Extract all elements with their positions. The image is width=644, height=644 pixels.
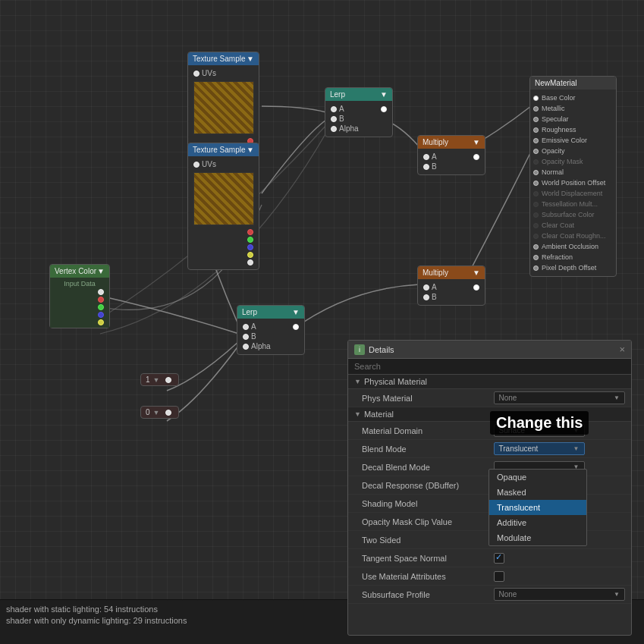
tangent-space-checkbox[interactable]: [494, 553, 504, 564]
blend-option-masked[interactable]: Masked: [489, 485, 586, 500]
phys-material-label: Phys Material: [362, 394, 494, 403]
section-material-label: Material: [364, 410, 394, 419]
section-physical-material[interactable]: ▼ Physical Material: [348, 375, 631, 389]
new-material-node[interactable]: NewMaterial Base Color Metallic Specular…: [529, 76, 617, 277]
prop-blend-mode: Blend Mode Translucent ▼: [348, 440, 631, 458]
domain-arrow: ▼: [573, 427, 580, 434]
value-node-1[interactable]: 1 ▼: [140, 373, 179, 386]
value-node-2[interactable]: 0 ▼: [140, 406, 179, 419]
vertex-color-node[interactable]: Vertex Color ▼ Input Data: [49, 264, 110, 328]
blend-option-opaque[interactable]: Opaque: [489, 470, 586, 485]
blend-mode-dropdown-menu: Opaque Masked Translucent Additive Modul…: [488, 469, 587, 546]
subsurface-profile-label: Subsurface Profile: [362, 590, 494, 599]
decal-response-label: Decal Response (DBuffer): [362, 481, 494, 490]
material-domain-dropdown[interactable]: Surface ▼: [494, 424, 585, 437]
lerp-node-2[interactable]: Lerp ▼ A B Alpha: [237, 305, 305, 355]
tangent-space-label: Tangent Space Normal: [362, 554, 494, 563]
prop-material-domain: Material Domain Surface ▼: [348, 422, 631, 440]
details-icon: i: [354, 344, 365, 355]
shading-model-label: Shading Model: [362, 499, 494, 508]
texture-node-1-header: Texture Sample ▼: [188, 52, 259, 65]
opacity-mask-label: Opacity Mask Clip Value: [362, 517, 494, 526]
blend-mode-arrow: ▼: [573, 445, 580, 452]
section-physical-label: Physical Material: [364, 377, 427, 386]
material-domain-label: Material Domain: [362, 426, 494, 435]
blend-mode-dropdown[interactable]: Translucent ▼: [494, 442, 585, 455]
details-close-button[interactable]: ×: [619, 344, 625, 355]
texture-node-2[interactable]: Texture Sample ▼ UVs: [187, 143, 259, 270]
blend-mode-label: Blend Mode: [362, 445, 494, 454]
decal-blend-mode-label: Decal Blend Mode: [362, 463, 494, 472]
phys-material-field[interactable]: None ▼: [494, 391, 626, 404]
blend-option-modulate[interactable]: Modulate: [489, 530, 586, 545]
prop-subsurface-profile: Subsurface Profile None ▼: [348, 586, 631, 604]
prop-use-material-attrs: Use Material Attributes: [348, 567, 631, 586]
details-title: Details: [369, 345, 394, 354]
use-material-attrs-label: Use Material Attributes: [362, 572, 494, 581]
multiply-node-2[interactable]: Multiply ▼ A B: [417, 265, 485, 306]
multiply-node-1[interactable]: Multiply ▼ A B: [417, 135, 485, 175]
prop-phys-material: Phys Material None ▼: [348, 389, 631, 407]
phys-material-arrow: ▼: [614, 394, 620, 401]
prop-tangent-space: Tangent Space Normal: [348, 549, 631, 567]
phys-material-value: None ▼: [494, 391, 626, 404]
blend-option-translucent[interactable]: Translucent: [489, 500, 586, 515]
blend-option-additive[interactable]: Additive: [489, 515, 586, 530]
section-arrow-material: ▼: [354, 410, 361, 418]
details-search-input[interactable]: [348, 359, 631, 375]
lerp-node-1[interactable]: Lerp ▼ A B Alpha: [325, 87, 393, 137]
details-header: i Details ×: [348, 341, 631, 359]
two-sided-label: Two Sided: [362, 536, 494, 545]
subsurface-profile-field[interactable]: None ▼: [494, 588, 626, 601]
section-material[interactable]: ▼ Material: [348, 407, 631, 422]
use-material-attrs-checkbox[interactable]: [494, 571, 504, 582]
section-arrow-physical: ▼: [354, 378, 361, 385]
texture-node-2-header: Texture Sample ▼: [188, 143, 259, 156]
